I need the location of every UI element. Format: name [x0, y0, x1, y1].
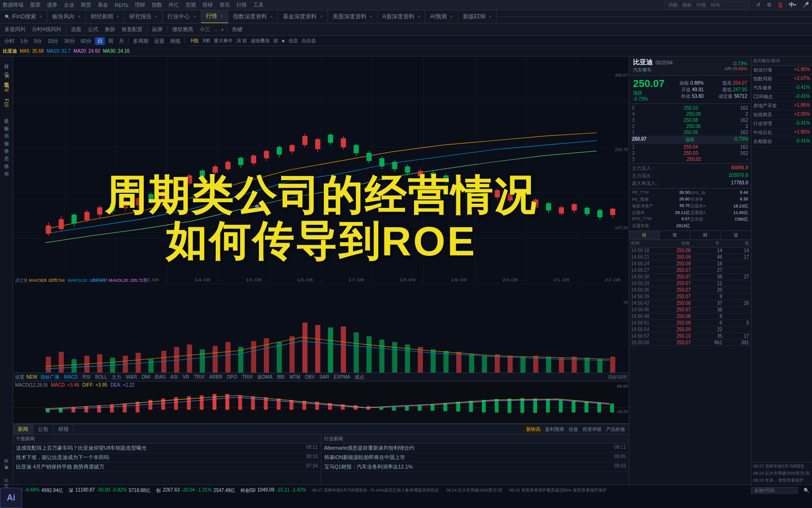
btn-hotkey[interactable]: 热键: [229, 25, 245, 34]
ind-settings-btn[interactable]: 设置: [15, 374, 24, 381]
period-btn-settings[interactable]: 设置: [152, 37, 167, 45]
ind-btn-macd2[interactable]: MACD: [62, 374, 79, 380]
industry-news-item-1[interactable]: Albemarle感意提前重新谈判智利锂合约 09:11: [321, 444, 629, 453]
cat-row-1[interactable]: 指数同期 +2.07%: [751, 75, 812, 84]
ind-btn-arbr[interactable]: ARBR: [208, 374, 224, 380]
ind-btn-wr[interactable]: W&R: [125, 374, 138, 380]
period-btn-weekly[interactable]: 周: [106, 37, 116, 45]
sidebar-target[interactable]: 目标: [2, 58, 11, 62]
chart-container[interactable]: 周期类公司的经营情况 如何传导到ROE 356.07 224.79 147.20…: [13, 56, 629, 381]
btn-font-size[interactable]: 小三: [197, 25, 213, 34]
ind-btn-main[interactable]: 主力: [110, 374, 123, 381]
nav-forex[interactable]: 外汇: [169, 1, 179, 8]
close-tab-10[interactable]: ×: [450, 14, 453, 19]
btn-restore-config[interactable]: 恢复配置: [119, 25, 145, 34]
cat-row-3[interactable]: CDR概念 -0.41%: [751, 93, 812, 102]
cat-row-2[interactable]: 汽车服务 -0.41%: [751, 84, 812, 93]
industry-news-item-3[interactable]: 宝马Q1财报：汽车业务利润率达12.1% 09:03: [321, 462, 629, 472]
sidebar-kline[interactable]: K线图: [2, 73, 11, 80]
top-search-input[interactable]: [665, 1, 750, 9]
tab-a-share-deep[interactable]: A股深度资料 ×: [378, 10, 426, 24]
btn-intraday-list[interactable]: 分时K线同列: [29, 25, 64, 34]
rp-tab-value[interactable]: 值: [721, 231, 751, 239]
cat-row-4[interactable]: 房地产开发 +1.85%: [751, 102, 812, 111]
sidebar-f10[interactable]: F10: [3, 97, 10, 109]
ind-btn-macd[interactable]: 指标广播: [39, 374, 61, 381]
period-btn-intraday[interactable]: 分时: [2, 37, 17, 45]
ind-btn-boll[interactable]: BOLL: [94, 374, 109, 380]
refresh-icon[interactable]: ↺: [756, 2, 760, 8]
sidebar-amount[interactable]: 金额: [2, 135, 11, 139]
tab-new-edb[interactable]: 新版EDB ×: [458, 10, 497, 24]
close-tab-7[interactable]: ×: [320, 14, 323, 19]
font-minus[interactable]: -: [214, 27, 219, 32]
period-btn-daily[interactable]: 日: [95, 37, 105, 45]
close-tab-5[interactable]: ×: [220, 14, 223, 19]
opt-auto-select[interactable]: 自自选: [302, 38, 316, 44]
tab-ifind-search[interactable]: 🔍 iFinD搜索 ×: [0, 10, 47, 24]
nav-data-terminal[interactable]: 数据终端: [3, 1, 23, 8]
info-tab-new[interactable]: 新快讯: [524, 426, 542, 433]
opt-window[interactable]: 留: [273, 38, 278, 44]
ind-btn-obv[interactable]: OBV: [304, 374, 316, 380]
close-tab-8[interactable]: ×: [370, 14, 373, 19]
ind-btn-dmi[interactable]: DMI: [140, 374, 151, 380]
period-btn-15m[interactable]: 15分: [45, 37, 61, 45]
sidebar-collection[interactable]: 收盘: [2, 113, 11, 117]
nav-macro[interactable]: 宏观: [186, 1, 196, 8]
period-btn-draw[interactable]: 画线: [168, 37, 183, 45]
bottom-search-input[interactable]: [751, 487, 798, 494]
industry-news-item-2[interactable]: 韩泰iON新能源轮胎即将在中国上市 09:05: [321, 453, 629, 462]
ind-explain-btn[interactable]: 指标说明: [367, 374, 627, 381]
rp-tab-order[interactable]: 签: [660, 231, 690, 239]
settings-icon[interactable]: ⚙: [767, 2, 772, 8]
ind-btn-bbi[interactable]: BBI: [276, 374, 286, 380]
sidebar-amplitude[interactable]: 振幅: [2, 120, 11, 124]
bottom-search-icon[interactable]: 🔍: [804, 488, 809, 493]
ind-btn-trix2[interactable]: TRIX: [241, 374, 254, 380]
btn-multi-list[interactable]: 多股同列: [2, 25, 28, 34]
ind-btn-rsi[interactable]: RSI: [81, 374, 92, 380]
tab-finance-news[interactable]: 财经新闻 ×: [86, 10, 125, 24]
ind-btn-view[interactable]: 观点: [353, 374, 366, 381]
nav-news[interactable]: 资讯: [219, 1, 230, 8]
nav-tools[interactable]: 工具: [253, 1, 264, 8]
nav-index[interactable]: 指数: [152, 1, 162, 8]
ind-btn-mtm[interactable]: MTM: [288, 374, 302, 380]
close-tab-4[interactable]: ×: [193, 14, 196, 19]
period-btn-1m[interactable]: 1分: [18, 37, 31, 45]
nav-bonds[interactable]: 债券: [47, 1, 57, 8]
tab-research-report[interactable]: 研究报告 ×: [125, 10, 163, 24]
mic-icon[interactable]: 🎤: [803, 2, 809, 8]
ai-button[interactable]: Ai: [0, 488, 22, 508]
period-btn-60m[interactable]: 60分: [78, 37, 94, 45]
nav-stocks[interactable]: 股票: [30, 1, 40, 8]
sidebar-history[interactable]: 历史: [2, 151, 11, 154]
news-tab-news[interactable]: 新闻: [13, 424, 33, 434]
nav-funds[interactable]: 基金: [98, 1, 108, 8]
cat-row-7[interactable]: 中信石化 +1.85%: [751, 128, 812, 137]
info-tab-rating[interactable]: 投资评级: [581, 426, 603, 433]
close-tab-9[interactable]: ×: [418, 14, 421, 19]
tab-fund-deep[interactable]: 基金深度资料 ×: [278, 10, 328, 24]
tab-industry[interactable]: 行业中心 ×: [163, 10, 201, 24]
sidebar-turnover[interactable]: 换手: [2, 143, 11, 147]
nav-reits[interactable]: REITs: [115, 2, 128, 8]
close-tab-1[interactable]: ×: [78, 14, 81, 19]
news-item-2[interactable]: 技术下坡，能让比亚迪成为下一个丰田吗 08:10: [13, 453, 321, 462]
tab-ai-forecast[interactable]: AI预测 ×: [425, 10, 458, 24]
info-tab-val[interactable]: 估值: [567, 426, 580, 433]
news-item-3[interactable]: 比亚迪 4月产销保持平稳 跑势再度破万 07:34: [13, 462, 321, 472]
btn-formula[interactable]: 公式: [85, 25, 101, 34]
close-tab-3[interactable]: ×: [155, 14, 158, 19]
nav-enterprise[interactable]: 企业: [64, 1, 74, 8]
opt-info[interactable]: 信息: [289, 38, 298, 44]
close-tab-11[interactable]: ×: [489, 14, 492, 19]
ind-btn-bias[interactable]: BIAS: [154, 374, 167, 380]
ind-btn-vr[interactable]: VR: [181, 374, 191, 380]
tab-index-deep[interactable]: 指数深度资料 ×: [228, 10, 278, 24]
cat-row-5[interactable]: 短线精灵 +2.05%: [751, 111, 812, 119]
info-tab-product[interactable]: 产品价值: [604, 426, 627, 433]
sidebar-volume[interactable]: 均手: [2, 128, 11, 132]
ind-btn-trix[interactable]: TRIX: [193, 374, 206, 380]
